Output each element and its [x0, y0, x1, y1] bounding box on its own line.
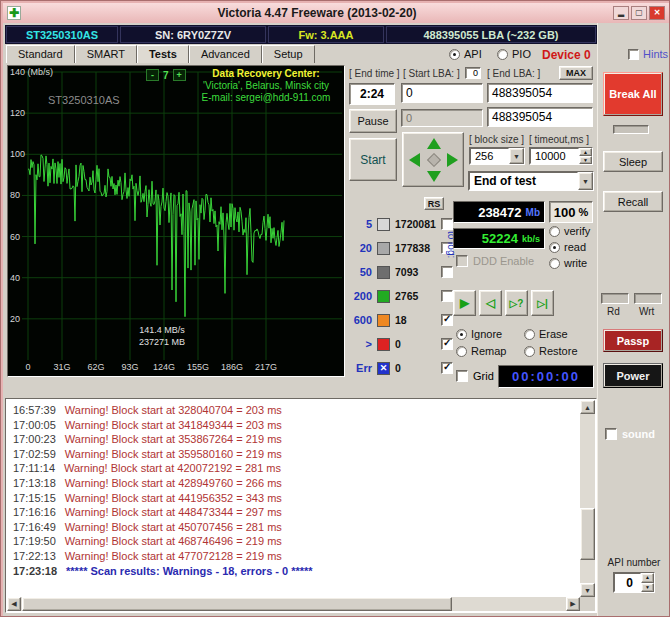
dpad-up-icon[interactable] [427, 138, 441, 149]
step-back-button[interactable]: ◁ [479, 290, 502, 316]
log-entry: 17:00:23Warning! Block start at 35386726… [13, 432, 580, 447]
passp-button[interactable]: Passp [603, 329, 663, 352]
scroll-right-icon[interactable]: ▶ [566, 597, 580, 611]
banner-line1: Data Recovery Center: [190, 68, 342, 80]
legend-log-checkbox[interactable] [441, 290, 453, 302]
graph-zoom-controls: - 7 + [146, 69, 186, 81]
end-lba-input[interactable]: 488395054 [487, 83, 593, 103]
dpad-center[interactable] [427, 153, 441, 167]
legend-log-checkbox[interactable] [441, 218, 453, 230]
dropdown-arrow-icon[interactable]: ▼ [578, 172, 593, 190]
end-action-select[interactable]: End of test ▼ [468, 171, 594, 191]
defect-action-radios: IgnoreRemapEraseRestore [456, 326, 594, 360]
spin-up-icon[interactable]: ▲ [579, 148, 592, 156]
spin-down-icon[interactable]: ▼ [579, 156, 592, 164]
log-entry: 17:02:59Warning! Block start at 35958016… [13, 447, 580, 462]
vertical-scrollbar[interactable]: ▲ ▼ [580, 400, 595, 597]
tab-standard[interactable]: Standard [6, 45, 75, 63]
spin-down-icon[interactable]: ▼ [641, 583, 654, 593]
spin-up-icon[interactable]: ▲ [641, 573, 654, 583]
radio-mode-verify[interactable]: verify [549, 223, 590, 239]
break-all-button[interactable]: Break All [603, 72, 663, 116]
legend-log-checkbox[interactable] [441, 338, 453, 350]
zoom-out-button[interactable]: - [146, 69, 159, 81]
radio-defect-restore[interactable]: Restore [524, 343, 594, 359]
drive-firmware: Fw: 3.AAA [268, 26, 384, 43]
pause-button[interactable]: Pause [349, 109, 397, 133]
dpad-down-icon[interactable] [427, 171, 441, 182]
dpad-left-icon[interactable] [409, 153, 420, 167]
radio-icon [549, 258, 560, 269]
recall-button[interactable]: Recall [603, 191, 663, 212]
checkbox-icon [456, 370, 468, 382]
vertical-scroll-thumb[interactable] [580, 508, 595, 560]
sleep-button[interactable]: Sleep [603, 151, 663, 172]
device-label: Device 0 [542, 48, 591, 62]
play-button[interactable]: ▶ [453, 290, 476, 316]
scroll-down-icon[interactable]: ▼ [580, 583, 595, 597]
radio-defect-remap[interactable]: Remap [456, 343, 524, 359]
tab-advanced[interactable]: Advanced [189, 45, 262, 63]
log-entry: 17:16:16Warning! Block start at 44847334… [13, 505, 580, 520]
dpad-right-icon[interactable] [447, 153, 458, 167]
radio-defect-ignore[interactable]: Ignore [456, 326, 524, 342]
banner: Data Recovery Center: 'Victoria', Belaru… [190, 68, 342, 104]
horizontal-scrollbar[interactable]: ◀ ▶ [7, 597, 580, 611]
access-mode-radios: verifyreadwrite [549, 223, 590, 271]
legend-count: 0 [395, 338, 441, 350]
x-axis-label: 0 [15, 362, 41, 372]
timer-display: 00:00:00 [498, 365, 594, 388]
dropdown-arrow-icon[interactable]: ▼ [509, 148, 524, 164]
end-lba-input-2[interactable]: 488395054 [487, 107, 593, 127]
seek-end-button[interactable]: ▷| [531, 290, 554, 316]
zoom-in-button[interactable]: + [173, 69, 186, 81]
legend-log-checkbox[interactable] [441, 266, 453, 278]
api-radio[interactable]: API [449, 48, 482, 60]
overlay-speed: 141.4 MB/s [112, 324, 212, 336]
radio-mode-write[interactable]: write [549, 255, 590, 271]
legend-row-200: 2002765 [348, 284, 453, 308]
end-time-label: [ End time ] [349, 68, 400, 79]
seek-next-defect-button[interactable]: ▷? [505, 290, 528, 316]
api-number-spinner[interactable]: 0 ▲ ▼ [613, 572, 655, 593]
block-size-select[interactable]: 256 ▼ [469, 147, 525, 165]
radio-mode-read[interactable]: read [549, 239, 590, 255]
tab-setup[interactable]: Setup [262, 45, 315, 63]
close-button[interactable]: ✕ [649, 6, 665, 20]
legend-log-checkbox[interactable] [441, 314, 453, 326]
hints-checkbox[interactable]: Hints [628, 48, 668, 60]
end-lba-label: [ End LBA: ] [487, 68, 540, 79]
horizontal-scroll-thumb[interactable] [22, 597, 452, 611]
pio-radio[interactable]: PIO [497, 48, 531, 60]
grid-checkbox[interactable]: Grid [456, 370, 494, 382]
scrollbar-corner [580, 597, 595, 611]
start-button[interactable]: Start [349, 138, 397, 181]
sound-checkbox[interactable]: sound [605, 428, 655, 440]
power-button[interactable]: Power [603, 363, 663, 388]
radio-icon [549, 242, 560, 253]
log-lines: 16:57:39Warning! Block start at 32804070… [8, 401, 580, 599]
legend-row-20: 20177838 [348, 236, 453, 260]
title-bar[interactable]: ✚ Victoria 4.47 Freeware (2013-02-20) ▂ … [3, 3, 669, 23]
maximize-button[interactable]: ▢ [631, 6, 647, 20]
radio-defect-erase[interactable]: Erase [524, 326, 594, 342]
tab-bar: StandardSMARTTestsAdvancedSetup [6, 45, 315, 63]
tab-tests[interactable]: Tests [137, 45, 189, 63]
log-entry: 16:57:39Warning! Block start at 32804070… [13, 403, 580, 418]
y-axis-label: 40 [10, 273, 20, 283]
scroll-left-icon[interactable]: ◀ [7, 597, 21, 611]
minimize-button[interactable]: ▂ [613, 6, 629, 20]
position-display: 238472 Mb [453, 201, 545, 223]
rs-button[interactable]: RS [424, 197, 444, 210]
start-lba-input[interactable]: 0 [401, 83, 483, 103]
x-axis-label: 217G [253, 362, 279, 372]
tab-smart[interactable]: SMART [75, 45, 137, 63]
graph-drive-label: ST3250310AS [48, 94, 120, 106]
timeout-spinner[interactable]: 10000 ▲ ▼ [529, 147, 593, 165]
radio-icon [524, 346, 535, 357]
start-lba-disabled-input: 0 [401, 109, 483, 127]
legend-log-checkbox[interactable] [441, 362, 453, 374]
wrt-label: Wrt [639, 306, 654, 317]
scroll-up-icon[interactable]: ▲ [580, 400, 595, 414]
max-button[interactable]: MAX [559, 66, 593, 80]
